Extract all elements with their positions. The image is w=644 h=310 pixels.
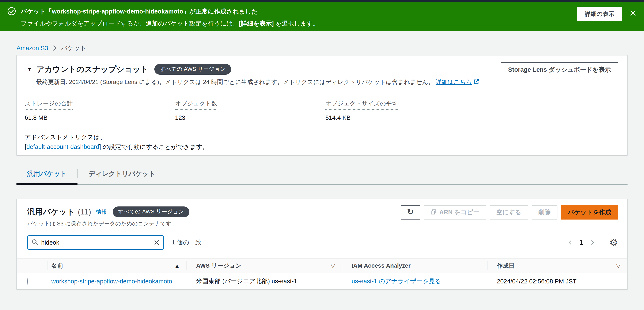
advanced-metrics-line1: アドバンストメトリクスは、 bbox=[25, 132, 627, 142]
column-header-iam-access-analyzer[interactable]: IAM Access Analyzer bbox=[342, 261, 488, 270]
column-label: 作成日 bbox=[497, 262, 514, 270]
metric-label[interactable]: ストレージの合計 bbox=[25, 100, 73, 110]
text-caret bbox=[60, 239, 60, 246]
selection-column-header bbox=[17, 261, 48, 270]
chevron-left-icon[interactable] bbox=[567, 239, 573, 246]
buckets-description: バケットは S3 に保存されたデータのためのコンテナです。 bbox=[27, 220, 627, 227]
metric-object-count: オブジェクト数 123 bbox=[175, 100, 326, 121]
banner-message: ファイルやフォルダをアップロードするか、追加のバケット設定を行うには、[詳細を表… bbox=[21, 19, 319, 28]
banner-title: バケット「workshop-stripe-appflow-demo-hideok… bbox=[21, 7, 319, 16]
search-value: hideok bbox=[41, 239, 59, 246]
refresh-button[interactable]: ↻ bbox=[401, 205, 420, 220]
column-header-region[interactable]: AWS リージョン ▽ bbox=[187, 261, 342, 270]
check-circle-icon bbox=[7, 7, 16, 16]
sort-ascending-icon[interactable]: ▲ bbox=[174, 263, 180, 269]
close-icon[interactable] bbox=[629, 9, 637, 17]
column-label: IAM Access Analyzer bbox=[352, 262, 411, 269]
column-header-created[interactable]: 作成日 ▽ bbox=[488, 261, 627, 270]
refresh-icon: ↻ bbox=[407, 207, 414, 217]
bracket: [ bbox=[25, 144, 26, 150]
buckets-title: 汎用バケット bbox=[27, 207, 75, 217]
bucket-search-input[interactable]: hideok bbox=[27, 235, 164, 250]
metric-label[interactable]: オブジェクト数 bbox=[175, 100, 217, 110]
empty-bucket-button[interactable]: 空にする bbox=[490, 205, 528, 220]
metric-value: 61.8 MB bbox=[25, 114, 175, 121]
row-radio-button[interactable] bbox=[27, 278, 28, 285]
column-header-name[interactable]: 名前 ▲ bbox=[48, 261, 187, 270]
buckets-table: 名前 ▲ AWS リージョン ▽ IAM Access Analyzer 作成日… bbox=[17, 258, 627, 289]
advanced-metrics-note: アドバンストメトリクスは、 [default-account-dashboard… bbox=[25, 132, 627, 152]
column-label: 名前 bbox=[51, 262, 63, 270]
default-account-dashboard-link[interactable]: default-account-dashboard bbox=[26, 144, 99, 150]
tab-general-purpose-buckets[interactable]: 汎用バケット bbox=[16, 169, 78, 185]
clear-search-icon[interactable] bbox=[154, 239, 160, 246]
metric-value: 123 bbox=[175, 114, 326, 121]
collapse-caret-icon[interactable]: ▼ bbox=[27, 67, 32, 72]
info-link[interactable]: 情報 bbox=[96, 208, 107, 215]
view-details-button[interactable]: 詳細の表示 bbox=[577, 7, 622, 21]
table-row: workshop-stripe-appflow-demo-hideokamoto… bbox=[17, 273, 627, 289]
delete-bucket-button[interactable]: 削除 bbox=[532, 205, 558, 220]
bracket: ] bbox=[99, 144, 101, 150]
metric-total-storage: ストレージの合計 61.8 MB bbox=[25, 100, 175, 121]
sort-icon[interactable]: ▽ bbox=[331, 262, 335, 269]
advanced-metrics-line2: [default-account-dashboard] の設定で有効にすることが… bbox=[25, 142, 627, 152]
search-match-count: 1 個の一致 bbox=[172, 238, 202, 247]
sort-icon[interactable]: ▽ bbox=[616, 262, 620, 269]
breadcrumb-current: バケット bbox=[61, 44, 86, 52]
copy-arn-button[interactable]: ARN をコピー bbox=[424, 205, 486, 220]
tab-directory-buckets[interactable]: ディレクトリバケット bbox=[78, 169, 166, 185]
region-badge: すべての AWS リージョン bbox=[113, 206, 190, 217]
chevron-right-icon[interactable] bbox=[590, 239, 596, 246]
current-page[interactable]: 1 bbox=[580, 239, 583, 246]
pagination-divider bbox=[602, 237, 603, 248]
bucket-region: 米国東部 (バージニア北部) us-east-1 bbox=[187, 277, 342, 286]
account-snapshot-panel: ▼ アカウントのスナップショット すべての AWS リージョン Storage … bbox=[16, 55, 628, 155]
metric-value: 514.4 KB bbox=[326, 114, 476, 121]
bucket-name-link[interactable]: workshop-stripe-appflow-demo-hideokamoto bbox=[51, 278, 172, 285]
copy-arn-label: ARN をコピー bbox=[440, 208, 479, 217]
snapshot-description: 最終更新日: 2024/04/21 (Storage Lens による)。メトリ… bbox=[36, 78, 627, 86]
bucket-type-tabs: 汎用バケット ディレクトリバケット bbox=[16, 169, 628, 185]
bucket-actions-toolbar: ↻ ARN をコピー 空にする 削除 バケットを作成 bbox=[401, 205, 618, 220]
learn-more-link[interactable]: 詳細はこちら bbox=[436, 79, 472, 85]
banner-message-bold: [詳細を表示] bbox=[239, 20, 274, 27]
metric-average-object-size: オブジェクトサイズの平均 514.4 KB bbox=[326, 100, 476, 121]
metrics-row: ストレージの合計 61.8 MB オブジェクト数 123 オブジェクトサイズの平… bbox=[25, 100, 627, 121]
bucket-created-date: 2024/04/22 02:56:08 PM JST bbox=[488, 278, 627, 285]
buckets-count: (11) bbox=[78, 207, 91, 216]
metric-label[interactable]: オブジェクトサイズの平均 bbox=[326, 100, 398, 110]
copy-icon bbox=[430, 209, 436, 216]
success-banner: バケット「workshop-stripe-appflow-demo-hideok… bbox=[0, 2, 644, 31]
column-label: AWS リージョン bbox=[196, 262, 241, 270]
snapshot-description-text: 最終更新日: 2024/04/21 (Storage Lens による)。メトリ… bbox=[36, 79, 434, 85]
banner-message-prefix: ファイルやフォルダをアップロードするか、追加のバケット設定を行うには、 bbox=[21, 20, 239, 27]
search-icon bbox=[32, 239, 38, 246]
pagination: 1 ⚙ bbox=[567, 236, 618, 249]
analyzer-link[interactable]: us-east-1 のアナライザーを見る bbox=[352, 278, 441, 285]
advanced-metrics-suffix: の設定で有効にすることができます。 bbox=[101, 144, 208, 150]
gear-icon[interactable]: ⚙ bbox=[609, 238, 618, 247]
general-purpose-buckets-panel: 汎用バケット (11) 情報 すべての AWS リージョン ↻ ARN をコピー… bbox=[16, 199, 628, 290]
breadcrumb: Amazon S3 バケット bbox=[0, 31, 644, 55]
breadcrumb-amazon-s3[interactable]: Amazon S3 bbox=[16, 45, 48, 52]
chevron-right-icon bbox=[53, 45, 56, 51]
browser-top-strip bbox=[0, 0, 644, 2]
region-badge: すべての AWS リージョン bbox=[154, 64, 231, 75]
snapshot-title: アカウントのスナップショット bbox=[36, 64, 148, 75]
banner-message-suffix: を選択します。 bbox=[274, 20, 319, 27]
storage-lens-dashboard-button[interactable]: Storage Lens ダッシュボードを表示 bbox=[501, 62, 618, 77]
external-link-icon bbox=[474, 79, 479, 86]
table-header-row: 名前 ▲ AWS リージョン ▽ IAM Access Analyzer 作成日… bbox=[17, 258, 627, 273]
create-bucket-button[interactable]: バケットを作成 bbox=[561, 205, 618, 220]
